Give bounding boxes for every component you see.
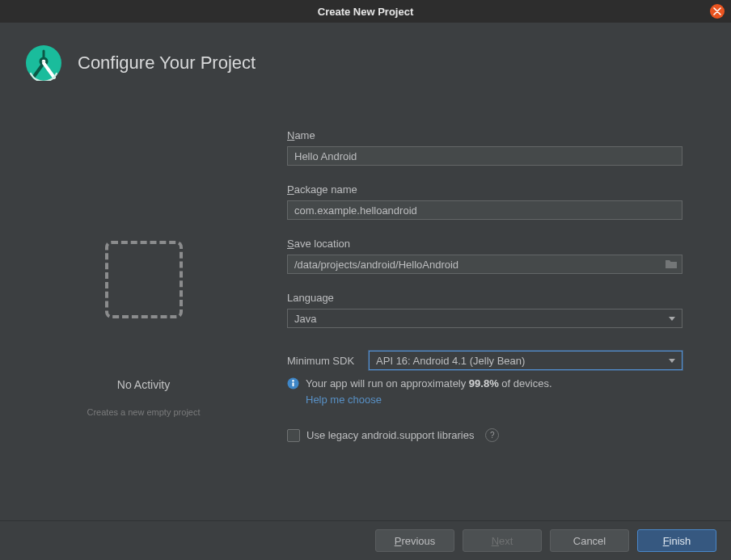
minimum-sdk-row: Minimum SDK API 16: Android 4.1 (Jelly B… [287, 351, 682, 370]
sdk-info: Your app will run on approximately 99.8%… [287, 377, 682, 407]
template-preview-panel: No Activity Creates a new empty project [0, 103, 287, 442]
save-location-label: Save location [287, 238, 682, 250]
folder-icon [665, 258, 678, 271]
next-button: Next [463, 529, 542, 552]
name-field-group: Name [287, 129, 682, 166]
help-icon[interactable]: ? [485, 428, 499, 442]
minimum-sdk-label: Minimum SDK [287, 355, 354, 367]
language-field-group: Language Java [287, 292, 682, 328]
package-input[interactable] [287, 200, 682, 220]
name-label: Name [287, 129, 682, 141]
svg-point-4 [292, 380, 294, 381]
info-icon [287, 377, 299, 392]
help-me-choose-link[interactable]: Help me choose [306, 393, 552, 407]
cancel-button[interactable]: Cancel [550, 529, 629, 552]
page-title: Configure Your Project [78, 53, 256, 74]
legacy-libraries-checkbox[interactable] [287, 429, 300, 442]
name-input[interactable] [287, 146, 682, 166]
template-name: No Activity [117, 378, 170, 391]
save-location-input[interactable] [287, 255, 682, 274]
package-field-group: Package name [287, 183, 682, 220]
template-description: Creates a new empty project [87, 407, 200, 417]
chevron-down-icon [669, 359, 675, 363]
finish-button[interactable]: Finish [637, 529, 716, 552]
package-label: Package name [287, 183, 682, 196]
svg-rect-5 [293, 382, 294, 386]
previous-button[interactable]: Previous [375, 529, 454, 552]
language-select[interactable]: Java [287, 309, 682, 328]
language-label: Language [287, 292, 682, 304]
android-studio-logo-icon [26, 45, 61, 81]
language-select-value: Java [294, 313, 316, 325]
window-close-button[interactable] [710, 4, 725, 19]
legacy-libraries-row: Use legacy android.support libraries ? [287, 428, 682, 442]
form-panel: Name Package name Save location [287, 103, 682, 442]
window-titlebar: Create New Project [0, 0, 731, 23]
sdk-info-text: Your app will run on approximately 99.8%… [306, 377, 552, 407]
template-preview-placeholder [105, 241, 183, 318]
chevron-down-icon [669, 317, 675, 321]
minimum-sdk-select[interactable]: API 16: Android 4.1 (Jelly Bean) [369, 351, 682, 370]
save-location-field-group: Save location [287, 238, 682, 274]
window-title: Create New Project [318, 6, 414, 18]
close-icon [713, 7, 721, 15]
minimum-sdk-value: API 16: Android 4.1 (Jelly Bean) [376, 355, 525, 367]
legacy-libraries-label: Use legacy android.support libraries [306, 429, 474, 441]
wizard-footer: Previous Next Cancel Finish [0, 520, 731, 560]
wizard-header: Configure Your Project [0, 23, 731, 103]
wizard-content: No Activity Creates a new empty project … [0, 103, 731, 442]
browse-folder-button[interactable] [665, 258, 678, 271]
